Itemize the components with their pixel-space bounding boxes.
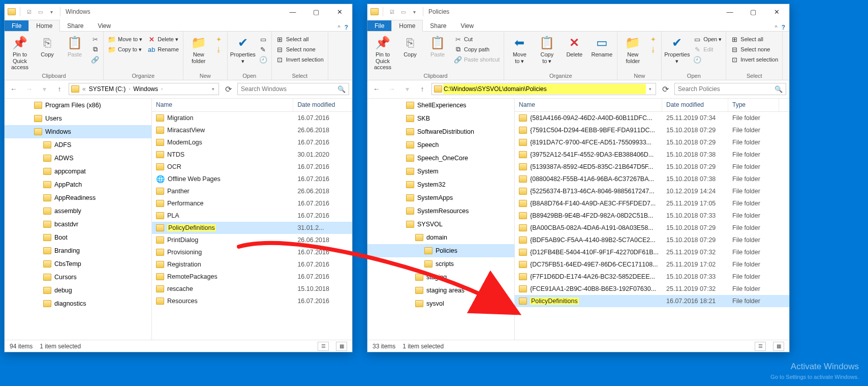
qat-dropdown-icon[interactable]: ▾ [47,8,56,16]
rename-button[interactable]: abRename [145,45,181,54]
help-icon[interactable]: ? [345,24,348,31]
invert-selection-button[interactable]: ⊡Invert selection [274,55,326,64]
tree-node[interactable]: ADFS [5,138,151,152]
tree-node[interactable]: SystemApps [367,191,514,204]
refresh-button[interactable]: ⟳ [222,83,234,95]
select-none-button[interactable]: ⊟Select none [274,45,326,54]
list-item[interactable]: {08800482-F55B-41A6-96BA-6C37267BA...15.… [515,173,789,185]
list-item[interactable]: PrintDialog26.06.2018 [152,234,352,246]
list-item[interactable]: {B89429BB-9E4B-4F2D-982A-08D2C51B...15.1… [515,210,789,222]
recent-button[interactable]: ▾ [401,83,413,95]
up-button[interactable]: ↑ [53,83,66,95]
paste-shortcut-mini[interactable]: 🔗 [89,55,101,64]
search-input[interactable] [241,85,337,93]
list-item[interactable]: rescache15.10.2018 [152,283,352,295]
ribbon-collapse-icon[interactable]: ^ [774,24,777,31]
address-field[interactable]: ▾ [431,83,656,95]
list-item[interactable]: {B8A8D764-F140-4A9D-AE3C-FF5FDED7...25.1… [515,197,789,210]
copy-path-mini[interactable]: ⧉ [89,45,101,54]
rename-button[interactable]: ▭Rename [588,34,615,59]
tree-node[interactable]: AppPatch [5,178,151,191]
file-list[interactable]: Migration16.07.2016MiracastView26.06.201… [152,112,352,340]
delete-button[interactable]: ✕Delete [561,34,587,59]
edit-mini[interactable]: ✎ [257,45,269,54]
list-item[interactable]: ModemLogs16.07.2016 [152,136,352,149]
crumb-prefix[interactable]: « [80,85,88,93]
tree-node[interactable]: ADWS [5,152,151,165]
new-item-button[interactable]: ✦ [647,35,659,44]
copy-button[interactable]: ⎘Copy [34,34,60,59]
qat-new-folder-icon[interactable]: ▭ [36,8,45,16]
view-large-button[interactable]: ▦ [773,342,784,351]
tab-file[interactable]: File [5,20,28,31]
invert-selection-button[interactable]: ⊡Invert selection [728,55,780,64]
list-item[interactable]: {581A4166-09A2-46D2-A40D-60B11DFC...25.1… [515,112,789,124]
maximize-button[interactable]: ▢ [304,4,328,19]
list-item[interactable]: {7591C504-D294-4EBB-9BFE-FDA911DC...15.1… [515,124,789,136]
tab-home[interactable]: Home [28,20,60,32]
pin-button[interactable]: 📌Pin to Quick access [369,34,396,72]
paste-button[interactable]: 📋Paste [61,34,88,59]
tab-view[interactable]: View [90,20,118,31]
nav-tree[interactable]: ShellExperiencesSKBSoftwareDistributionS… [367,99,515,340]
crumb[interactable]: Windows [133,85,158,93]
pin-button[interactable]: 📌Pin to Quick access [7,34,33,72]
back-button[interactable]: ← [8,83,20,95]
tab-file[interactable]: File [367,20,391,31]
tree-node[interactable]: debug [5,284,151,297]
titlebar[interactable]: ☑▭▾Windows—▢✕ [5,4,352,19]
list-item[interactable]: {D12FB4BE-5404-410F-9F1F-42270DF61B...25… [515,246,789,258]
list-item[interactable]: {8191DA7C-9700-4FCE-AD51-75509933...15.1… [515,136,789,149]
list-item[interactable]: {DC75FB51-64ED-49E7-86D6-CEC171108...25.… [515,258,789,271]
copy-button[interactable]: ⎘Copy [397,34,423,59]
nav-tree[interactable]: Program Files (x86)UsersWindowsADFSADWSa… [5,99,152,340]
properties-button[interactable]: ✔Properties ▾ [230,34,256,65]
edit-button[interactable]: ✎Edit [691,45,724,54]
list-item[interactable]: 🌐Offline Web Pages16.07.2016 [152,173,352,185]
column-header[interactable]: Date modified [662,99,728,111]
tree-node[interactable]: ShellExperiences [367,99,514,112]
close-button[interactable]: ✕ [765,4,788,19]
tree-node[interactable]: Program Files (x86) [5,99,151,112]
tree-node[interactable]: SoftwareDistribution [367,125,514,138]
close-button[interactable]: ✕ [328,4,351,19]
forward-button[interactable]: → [23,83,35,95]
column-header[interactable]: Name [152,99,293,111]
column-header[interactable]: Type [728,99,779,111]
tree-node[interactable]: bcastdvr [5,218,151,231]
delete-button[interactable]: ✕Delete ▾ [145,35,181,44]
titlebar[interactable]: ☑▭▾Policies—▢✕ [367,4,789,19]
tree-node[interactable]: System [367,165,514,178]
chevron-right-icon[interactable]: › [127,86,132,92]
list-item[interactable]: Performance16.07.2016 [152,197,352,210]
tree-node[interactable]: appcompat [5,165,151,178]
minimize-button[interactable]: — [281,4,304,19]
tree-node[interactable]: Cursors [5,271,151,284]
list-item[interactable]: PolicyDefinitions16.07.2016 18:21File fo… [515,295,789,307]
easy-access-button[interactable]: ⭳ [213,45,225,54]
list-item[interactable]: {BA00CBA5-082A-4DA6-A191-08A03E58...15.1… [515,222,789,234]
qat-properties-icon[interactable]: ☑ [387,8,396,16]
minimize-button[interactable]: — [718,4,741,19]
view-details-button[interactable]: ☰ [318,342,329,351]
search-input[interactable] [678,85,774,93]
tree-node[interactable]: System32 [367,178,514,191]
tree-node[interactable]: SYSVOL [367,218,514,231]
list-item[interactable]: {5139387A-8592-4ED5-835C-21B647D5F...15.… [515,161,789,173]
tree-node[interactable]: AppReadiness [5,191,151,204]
address-dropdown-icon[interactable]: ▾ [210,86,216,92]
paste-shortcut-button[interactable]: 🔗Paste shortcut [452,55,502,64]
view-details-button[interactable]: ☰ [755,342,766,351]
back-button[interactable]: ← [370,83,383,95]
file-list[interactable]: {581A4166-09A2-46D2-A40D-60B11DFC...25.1… [515,112,789,340]
list-item[interactable]: {FCE91AA1-2B9C-40B8-B6E3-192F07630...25.… [515,283,789,295]
column-header[interactable]: Name [515,99,662,111]
select-all-button[interactable]: ⊞Select all [728,35,780,44]
list-item[interactable]: Migration16.07.2016 [152,112,352,124]
column-headers[interactable]: NameDate modified [152,99,352,112]
list-item[interactable]: MiracastView26.06.2018 [152,124,352,136]
column-header[interactable]: Date modified [293,99,352,111]
new-folder-button[interactable]: 📁New folder [619,34,646,65]
properties-button[interactable]: ✔Properties ▾ [664,34,690,65]
cut-mini[interactable]: ✂ [89,35,101,44]
